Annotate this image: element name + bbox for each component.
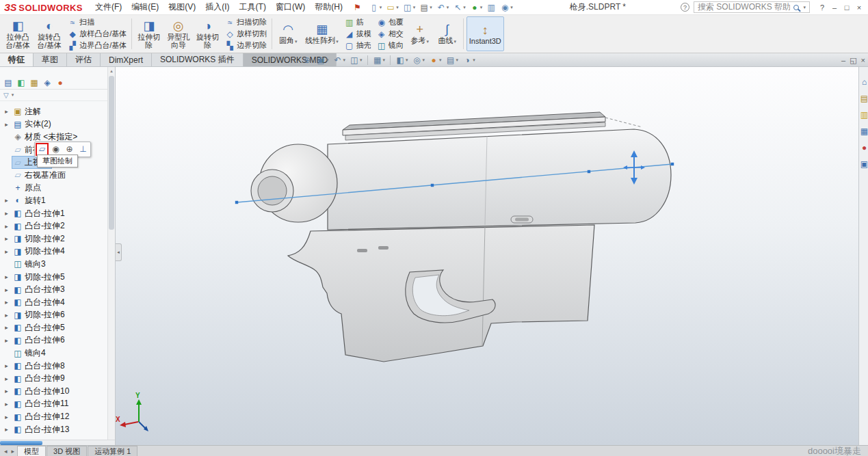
print-button[interactable]: ▤▾ [417,3,434,12]
ribbon-button-boundary-cut[interactable]: ▚边界切除 [223,40,269,51]
model-upper-receiver[interactable] [251,112,671,230]
minimize-button[interactable]: – [828,3,841,12]
dropdown-icon[interactable]: ▾ [463,5,466,10]
maximize-button[interactable]: □ [841,3,853,12]
new-document-button[interactable]: ▯▾ [367,3,384,12]
graphics-viewport[interactable]: ◂ [116,67,868,445]
tree-item[interactable]: ▸◧凸台-拉伸9 [1,372,107,385]
menu-item[interactable]: 文件(F) [90,0,127,14]
expand-arrow-icon[interactable]: ▸ [3,273,10,280]
ribbon-button-revolve-boss[interactable]: ◐旋转凸台/基体 [34,16,64,51]
menu-item[interactable]: 插入(I) [200,0,234,14]
tree-item[interactable]: ▸◨切除-拉伸6 [1,309,107,322]
select-button[interactable]: ↖▾ [451,3,468,12]
command-tab[interactable]: SOLIDWORKS 插件 [152,53,244,66]
tree-item[interactable]: ▸◨切除-拉伸2 [1,232,107,245]
menu-item[interactable]: 视图(V) [163,0,200,14]
dropdown-icon[interactable]: ▾ [447,5,449,10]
file-properties-button[interactable]: ▥ [484,3,498,12]
tree-item[interactable]: ▸▤实体(2) [1,118,107,131]
previous-view-button[interactable]: ↶▾ [332,56,347,64]
normal-to-button[interactable]: ⊥ [77,143,90,156]
ribbon-button-hole-wizard[interactable]: ◎异型孔向导 [164,16,192,51]
command-tab[interactable]: 草图 [34,53,67,66]
menu-item[interactable]: 窗口(W) [271,0,310,14]
ribbon-button-sweep-cut[interactable]: ≈扫描切除 [223,17,269,28]
dropdown-icon[interactable]: ▾ [406,57,408,63]
dropdown-icon[interactable]: ▾ [439,57,442,63]
document-tab[interactable]: 运动算例 1 [88,446,137,456]
expand-arrow-icon[interactable]: ▸ [3,248,10,255]
help-circle-icon[interactable]: ? [681,3,689,12]
dropdown-icon[interactable]: ▾ [423,57,425,63]
panel-tab-propertymanager[interactable]: ◧ [16,78,26,88]
tree-item[interactable]: +原点 [1,182,107,195]
help-button[interactable]: ? [816,3,828,12]
tree-item[interactable]: ▱前视▱◉⊕⊥草图绘制 [1,144,107,157]
dropdown-icon[interactable]: ▾ [380,5,382,10]
task-pane-view-palette-button[interactable]: ▦ [860,127,868,135]
ribbon-button-rib[interactable]: ▥筋 [343,17,373,28]
ribbon-button-linear-pattern[interactable]: ▦线性阵列▾ [302,16,341,51]
command-tab[interactable]: 评估 [67,53,101,66]
dropdown-icon[interactable]: ▾ [336,39,339,44]
tree-item[interactable]: ▸◧凸台-拉伸6 [1,334,107,347]
edit-appearance-button[interactable]: ●▾ [428,56,443,64]
dropdown-icon[interactable]: ▾ [396,5,399,10]
ribbon-button-curves[interactable]: ∫曲线▾ [434,16,460,51]
expand-arrow-icon[interactable]: ▸ [3,324,10,331]
tree-item[interactable]: ▸◧凸台-拉伸11 [1,398,107,411]
expand-arrow-icon[interactable]: ▸ [3,401,10,407]
expand-arrow-icon[interactable]: ▸ [3,362,10,369]
ribbon-button-revolve-cut[interactable]: ◑旋转切除 [194,16,222,51]
ribbon-button-shell[interactable]: ▢抽壳 [343,40,373,51]
tree-item[interactable]: ▸◧凸台-拉伸8 [1,360,107,373]
ribbon-button-intersect[interactable]: ◈相交 [375,29,406,40]
ribbon-button-instant3d[interactable]: ↕Instant3D [466,16,504,51]
dropdown-icon[interactable]: ▾ [473,57,475,63]
tab-scroll-right-icon[interactable]: ▸ [10,448,16,455]
dropdown-icon[interactable]: ▾ [430,5,432,10]
zoom-fit-button[interactable]: ⊕ [301,56,313,64]
task-pane-file-explorer-button[interactable]: ▥ [860,111,868,119]
tree-item[interactable]: ▸◨切除-拉伸4 [1,245,107,258]
ribbon-button-loft[interactable]: ◆放样凸台/基体 [66,29,129,40]
dropdown-icon[interactable]: ▾ [510,5,513,10]
panel-tab-dimxpertmanager[interactable]: ◈ [42,78,52,88]
dropdown-icon[interactable]: ▾ [453,39,456,44]
expand-arrow-icon[interactable]: ▸ [3,223,10,230]
expand-arrow-icon[interactable]: ▸ [3,312,10,319]
expand-arrow-icon[interactable]: ▸ [3,210,10,217]
dropdown-icon[interactable]: ▾ [480,5,483,10]
dropdown-icon[interactable]: ▾ [456,57,459,63]
dropdown-icon[interactable]: ▾ [295,39,298,44]
tree-item[interactable]: ▸◧凸台-拉伸5 [1,321,107,334]
ribbon-button-sweep[interactable]: ≈扫描 [66,17,129,28]
panel-tab-featuremanager-tree[interactable]: ▤ [3,78,13,88]
options-button[interactable]: ◉▾ [498,3,515,12]
tree-item[interactable]: ▸◧凸台-拉伸13 [1,423,107,436]
ribbon-button-boundary[interactable]: ▞边界凸台/基体 [66,40,129,51]
expand-arrow-icon[interactable]: ▸ [3,388,10,394]
model-3d[interactable]: Y X [116,67,868,445]
panel-tab-displaymanager[interactable]: ● [55,78,65,88]
tab-scroll-left-icon[interactable]: ◂ [3,448,9,455]
tree-item[interactable]: ◫镜向4 [1,347,107,360]
tree-item[interactable]: ▱右视基准面 [1,169,107,182]
document-tab[interactable]: 模型 [17,446,46,456]
menu-item[interactable]: 帮助(H) [310,0,347,14]
tree-item[interactable]: ▸◧凸台-拉伸10 [1,385,107,398]
view-settings-button[interactable]: ◑▾ [461,56,477,64]
ribbon-button-loft-cut[interactable]: ◇放样切割 [223,29,269,40]
view-orientation-button[interactable]: ▦▾ [371,56,387,64]
filter-dropdown-icon[interactable]: ▾ [12,92,14,98]
expand-arrow-icon[interactable]: ▸ [3,299,10,306]
scroll-up-icon[interactable]: ▴ [110,67,113,75]
ribbon-button-reference-geometry[interactable]: +参考▾ [407,16,433,51]
rebuild-button[interactable]: ●▾ [468,3,485,12]
display-style-button[interactable]: ◧▾ [394,56,410,64]
tree-item[interactable]: ▸◐旋转1 [1,194,107,207]
tree-filter[interactable]: ▽ ▾ [0,90,115,101]
apply-scene-button[interactable]: ▤▾ [445,56,460,64]
task-pane-appearances-button[interactable]: ● [860,144,868,152]
